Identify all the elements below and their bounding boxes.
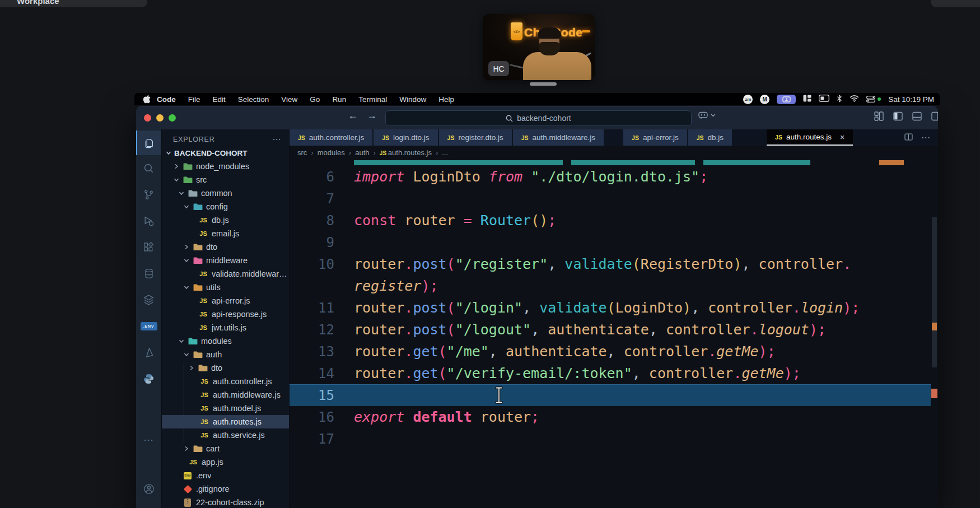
env-badge-icon[interactable]: .ENV bbox=[136, 313, 161, 339]
m-app-icon[interactable]: M bbox=[760, 95, 769, 104]
tree-item[interactable]: config bbox=[162, 200, 289, 213]
source-control-icon[interactable] bbox=[136, 181, 161, 208]
code-line[interactable]: 10router.post("/register", validate(Regi… bbox=[290, 253, 938, 275]
editor-tab[interactable]: JSauth.middleware.js bbox=[513, 129, 604, 146]
close-window-button[interactable] bbox=[144, 114, 151, 122]
wifi-icon[interactable] bbox=[850, 95, 859, 104]
close-icon[interactable]: × bbox=[840, 133, 844, 142]
code-area[interactable]: 6import LoginDto from "./dto/login.dto.j… bbox=[290, 159, 938, 508]
more-icon[interactable]: ⋯ bbox=[136, 427, 161, 453]
code-line[interactable]: register); bbox=[290, 275, 938, 297]
code-line[interactable]: 11router.post("/login", validate(LoginDt… bbox=[290, 297, 938, 319]
editor-tab[interactable]: JSlogin.dto.js bbox=[374, 129, 437, 146]
editor-tab[interactable]: JSdb.js bbox=[688, 129, 732, 146]
prisma-icon[interactable] bbox=[136, 339, 161, 366]
tree-item[interactable]: modules bbox=[162, 334, 289, 348]
browser-tab-fragment[interactable] bbox=[931, 0, 980, 7]
window-tiling-icon[interactable] bbox=[803, 95, 811, 104]
menu-item-terminal[interactable]: Terminal bbox=[352, 95, 393, 104]
menu-item-edit[interactable]: Edit bbox=[207, 95, 232, 104]
tree-item[interactable]: JSauth.model.js bbox=[162, 402, 289, 415]
code-line[interactable]: 8const router = Router(); bbox=[290, 209, 938, 231]
forward-arrow-icon[interactable]: → bbox=[367, 110, 377, 122]
search-icon[interactable] bbox=[136, 155, 161, 181]
run-debug-icon[interactable] bbox=[136, 208, 161, 234]
explorer-icon[interactable] bbox=[136, 131, 161, 155]
editor-tab[interactable]: JSauth.routes.js× bbox=[767, 129, 853, 146]
tree-item[interactable]: JSapi-response.js bbox=[162, 307, 289, 321]
tree-item[interactable]: JSauth.middleware.js bbox=[162, 388, 289, 402]
tree-item[interactable]: cart bbox=[162, 442, 289, 455]
breadcrumb-item[interactable]: auth bbox=[355, 148, 369, 157]
tree-item[interactable]: dto bbox=[162, 240, 289, 254]
split-editor-icon[interactable] bbox=[904, 133, 913, 143]
input-source-icon[interactable] bbox=[819, 95, 829, 104]
menubar-clock[interactable]: Sat 10:19 PM bbox=[888, 95, 934, 104]
bluetooth-icon[interactable] bbox=[837, 95, 842, 104]
menu-item-run[interactable]: Run bbox=[326, 95, 352, 104]
workspace-root-folder[interactable]: BACKEND-COHORT bbox=[162, 146, 289, 160]
tree-item[interactable]: JSjwt.utils.js bbox=[162, 321, 289, 334]
account-icon[interactable] bbox=[136, 476, 161, 502]
facecam-video[interactable]: </> Cha Code HC bbox=[483, 14, 595, 80]
breadcrumb-item[interactable]: src bbox=[297, 148, 307, 157]
tree-item[interactable]: auth bbox=[162, 348, 289, 361]
editor-tab[interactable]: JSauth.controller.js bbox=[290, 129, 372, 146]
code-line[interactable]: 9 bbox=[290, 231, 938, 253]
vscode-title-bar[interactable]: ← → backend-cohort bbox=[136, 106, 938, 129]
explorer-actions-icon[interactable]: ⋯ bbox=[272, 134, 281, 145]
toggle-secondary-sidebar-icon[interactable] bbox=[931, 111, 938, 123]
code-line[interactable]: 14router.get("/verify-email/:token", con… bbox=[290, 362, 938, 384]
apple-icon[interactable] bbox=[143, 95, 151, 104]
tree-item[interactable]: middleware bbox=[162, 254, 289, 267]
more-actions-icon[interactable]: ⋯ bbox=[921, 132, 930, 143]
minimize-window-button[interactable] bbox=[156, 114, 164, 122]
menu-item-view[interactable]: View bbox=[275, 95, 304, 104]
code-line[interactable]: 13router.get("/me", authenticate, contro… bbox=[290, 341, 938, 362]
tree-item[interactable]: .gitignore bbox=[162, 482, 289, 496]
database-icon[interactable] bbox=[136, 260, 161, 287]
editor-scrollbar[interactable] bbox=[932, 217, 937, 367]
tree-item[interactable]: utils bbox=[162, 281, 289, 294]
toggle-primary-sidebar-icon[interactable] bbox=[893, 111, 903, 123]
tree-item[interactable]: common bbox=[162, 187, 289, 200]
breadcrumb-item[interactable]: modules bbox=[318, 148, 345, 157]
editor-tab[interactable]: JSapi-error.js bbox=[623, 129, 687, 146]
menu-item-app[interactable]: Code bbox=[151, 95, 182, 104]
tree-item[interactable]: 22-cohort-class.zip bbox=[162, 496, 289, 508]
code-line[interactable]: 16export default router; bbox=[290, 406, 938, 428]
control-center-icon[interactable] bbox=[866, 96, 881, 102]
code-line[interactable]: 6import LoginDto from "./dto/login.dto.j… bbox=[290, 166, 938, 188]
code-line[interactable]: 7 bbox=[290, 188, 938, 209]
menu-item-file[interactable]: File bbox=[182, 95, 207, 104]
tree-item[interactable]: ENV.env bbox=[162, 469, 289, 482]
code-line[interactable]: 12router.post("/logout", authenticate, c… bbox=[290, 319, 938, 341]
breadcrumb-item[interactable]: JS auth.routes.js bbox=[380, 148, 432, 157]
toggle-panel-icon[interactable] bbox=[912, 111, 922, 123]
extensions-icon[interactable] bbox=[136, 234, 161, 260]
menu-item-help[interactable]: Help bbox=[432, 95, 460, 104]
zoom-app-icon[interactable]: zm bbox=[743, 95, 753, 104]
tree-item[interactable]: dto bbox=[162, 361, 289, 375]
tree-item[interactable]: src bbox=[162, 173, 289, 187]
screen-share-indicator[interactable] bbox=[777, 95, 796, 104]
browser-tab[interactable]: Workplace bbox=[0, 0, 147, 7]
video-drag-handle[interactable] bbox=[530, 82, 557, 86]
tree-item[interactable]: JSemail.js bbox=[162, 227, 289, 240]
tree-item[interactable]: JSauth.routes.js bbox=[162, 415, 289, 428]
code-line[interactable]: 15 bbox=[290, 384, 931, 406]
copilot-menu[interactable] bbox=[698, 111, 716, 119]
menu-item-window[interactable]: Window bbox=[393, 95, 432, 104]
tree-item[interactable]: node_modules bbox=[162, 160, 289, 173]
breadcrumb-item[interactable]: ... bbox=[442, 148, 448, 157]
tree-item[interactable]: JSauth.controller.js bbox=[162, 375, 289, 388]
python-icon[interactable] bbox=[136, 366, 161, 392]
command-center-search[interactable]: backend-cohort bbox=[385, 110, 692, 126]
tree-item[interactable]: JSauth.service.js bbox=[162, 428, 289, 442]
tree-item[interactable]: JSapi-error.js bbox=[162, 294, 289, 307]
editor-tab[interactable]: JSregister.dto.js bbox=[439, 129, 512, 146]
tree-item[interactable]: JSapp.js bbox=[162, 455, 289, 469]
menu-item-go[interactable]: Go bbox=[304, 95, 326, 104]
customize-layout-icon[interactable] bbox=[874, 111, 884, 123]
layers-icon[interactable] bbox=[136, 287, 161, 313]
